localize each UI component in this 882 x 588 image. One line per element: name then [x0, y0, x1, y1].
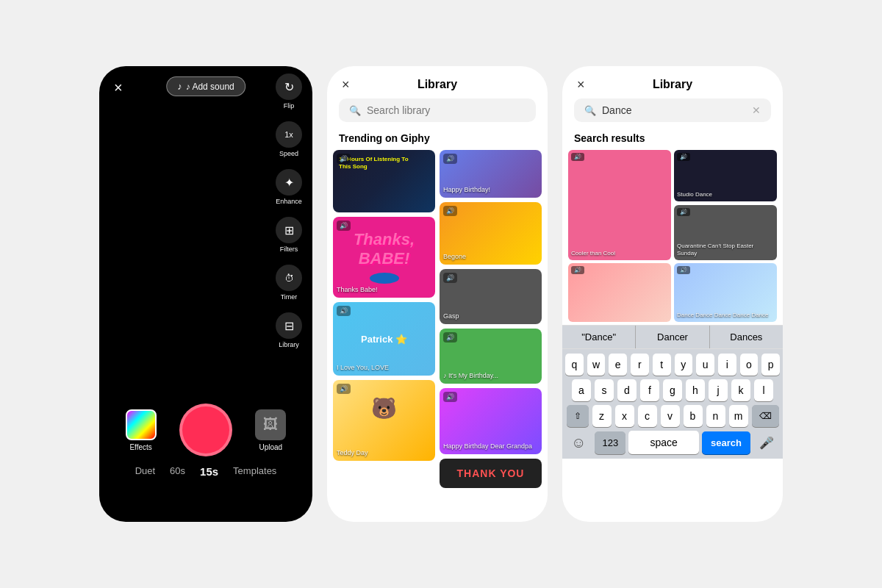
key-l[interactable]: l — [754, 379, 773, 401]
gif-item[interactable]: 🔊 16 Hours Of Listening To This Song — [333, 150, 435, 212]
effects-icon — [126, 409, 157, 440]
key-d[interactable]: d — [617, 379, 637, 401]
key-k[interactable]: k — [731, 379, 750, 401]
key-i[interactable]: i — [718, 354, 736, 376]
suggestion-dance-quoted[interactable]: "Dance" — [562, 326, 636, 348]
library-button[interactable]: ⊟ Library — [276, 312, 302, 348]
upload-icon: 🖼 — [255, 409, 286, 440]
key-t[interactable]: t — [653, 354, 671, 376]
search-key[interactable]: search — [702, 431, 750, 454]
gif-label: Cooler than Cool — [571, 250, 668, 257]
key-u[interactable]: u — [696, 354, 714, 376]
search-result-item[interactable]: 🔊 Cooler than Cool — [568, 150, 671, 260]
volume-icon: 🔊 — [571, 266, 584, 274]
speed-button[interactable]: 1x Speed — [276, 121, 302, 157]
search-input[interactable] — [367, 104, 526, 116]
search-input-dance[interactable] — [602, 104, 746, 116]
keyboard: q w e r t y u i o p a s d f g h j k l — [562, 349, 783, 459]
key-v[interactable]: v — [661, 405, 680, 427]
gif-item[interactable]: THANK YOU — [440, 459, 542, 488]
gif-item[interactable]: 🔊 Patrick ⭐ I Love You, LOVE — [333, 302, 435, 376]
key-b[interactable]: b — [684, 405, 703, 427]
backspace-key[interactable]: ⌫ — [752, 405, 779, 427]
key-e[interactable]: e — [609, 354, 627, 376]
search-result-item[interactable]: 🔊 Quarantine Can't Stop Easter Sunday — [674, 205, 777, 260]
upload-label: Upload — [259, 443, 282, 451]
volume-icon: 🔊 — [443, 154, 457, 164]
camera-bottom: Effects 🖼 Upload Duet 60s 15s Templates — [99, 404, 312, 478]
key-c[interactable]: c — [638, 405, 657, 427]
key-f[interactable]: f — [640, 379, 659, 401]
key-g[interactable]: g — [663, 379, 682, 401]
gif-item[interactable]: 🔊 Gasp — [440, 269, 542, 324]
gif-column-1: 🔊 16 Hours Of Listening To This Song 🔊 T… — [333, 150, 435, 522]
add-sound-button[interactable]: ♪ ♪ Add sound — [166, 76, 245, 96]
clear-button[interactable]: ✕ — [752, 104, 761, 116]
mic-key[interactable]: 🎤 — [753, 433, 780, 453]
volume-icon: 🔊 — [337, 384, 351, 394]
key-m[interactable]: m — [729, 405, 748, 427]
gif-label: Begone — [443, 253, 538, 261]
key-s[interactable]: s — [595, 379, 614, 401]
key-y[interactable]: y — [675, 354, 693, 376]
shift-key[interactable]: ⇧ — [567, 405, 589, 427]
library-header: × Library — [327, 66, 548, 98]
effects-button[interactable]: Effects — [126, 409, 157, 451]
enhance-button[interactable]: ✦ Enhance — [276, 169, 302, 205]
search-result-item[interactable]: 🔊 Studio Dance — [674, 150, 777, 201]
num-key[interactable]: 123 — [595, 431, 625, 454]
flip-button[interactable]: ↻ Flip — [276, 74, 302, 110]
emoji-key[interactable]: ☺ — [565, 431, 592, 454]
gif-grid: 🔊 16 Hours Of Listening To This Song 🔊 T… — [327, 150, 548, 522]
key-x[interactable]: x — [615, 405, 634, 427]
tab-15s[interactable]: 15s — [200, 465, 218, 478]
key-n[interactable]: n — [706, 405, 725, 427]
gif-label: Quarantine Can't Stop Easter Sunday — [677, 243, 774, 257]
gif-item[interactable]: 🔊 Happy Birthday! — [440, 150, 542, 198]
close-button[interactable]: × — [114, 79, 123, 96]
key-z[interactable]: z — [592, 405, 612, 427]
upload-button[interactable]: 🖼 Upload — [255, 409, 286, 451]
record-button[interactable] — [179, 404, 232, 456]
camera-tabs: Duet 60s 15s Templates — [135, 465, 277, 478]
gif-item[interactable]: 🔊 ♪ It's My Birthday... — [440, 329, 542, 384]
key-a[interactable]: a — [572, 379, 591, 401]
close-button[interactable]: × — [577, 78, 585, 91]
filters-button[interactable]: ⊞ Filters — [276, 217, 302, 253]
keyboard-bottom-row: ☺ 123 space search 🎤 — [565, 431, 780, 454]
search-bar-dance[interactable]: 🔍 ✕ — [574, 98, 771, 122]
tab-templates[interactable]: Templates — [233, 465, 276, 478]
library-icon: ⊟ — [276, 312, 302, 339]
tab-60s[interactable]: 60s — [170, 465, 185, 478]
effects-label: Effects — [129, 443, 151, 451]
key-w[interactable]: w — [587, 354, 606, 376]
key-o[interactable]: o — [740, 354, 759, 376]
timer-button[interactable]: ⏱ Timer — [276, 265, 302, 301]
space-key[interactable]: space — [628, 431, 699, 454]
key-h[interactable]: h — [686, 379, 705, 401]
gif-label: Happy Birthday Dear Grandpa — [443, 442, 538, 451]
volume-icon: 🔊 — [443, 332, 457, 343]
search-result-item[interactable]: 🔊 — [568, 263, 671, 322]
gif-item[interactable]: 🔊 Thanks, BABE! Thanks Babe! — [333, 217, 435, 298]
library-header-search: × Library — [562, 66, 783, 98]
tab-duet[interactable]: Duet — [135, 465, 155, 478]
search-bar[interactable]: 🔍 — [339, 98, 536, 122]
gif-column-2: 🔊 Happy Birthday! 🔊 Begone 🔊 Gasp 🔊 ♪ It… — [440, 150, 542, 522]
phone3-library-search: × Library 🔍 ✕ Search results 🔊 Cooler th… — [562, 66, 783, 522]
key-r[interactable]: r — [631, 354, 649, 376]
suggestion-dances[interactable]: Dances — [710, 326, 783, 348]
search-result-item[interactable]: 🔊 Dance Dance Dance Dance Dance — [674, 263, 777, 322]
volume-icon: 🔊 — [443, 206, 457, 216]
key-p[interactable]: p — [761, 354, 780, 376]
gif-item[interactable]: 🔊 Happy Birthday Dear Grandpa — [440, 388, 542, 454]
close-button[interactable]: × — [342, 78, 350, 91]
gif-item[interactable]: 🔊 🐻 Teddy Day — [333, 380, 435, 461]
phone1-camera: × ♪ ♪ Add sound ↻ Flip 1x Speed ✦ Enhanc… — [99, 66, 312, 522]
key-j[interactable]: j — [709, 379, 728, 401]
gif-item[interactable]: 🔊 Begone — [440, 202, 542, 265]
search-icon: 🔍 — [349, 105, 361, 116]
keyboard-row-2: a s d f g h j k l — [565, 379, 780, 401]
key-q[interactable]: q — [565, 354, 584, 376]
suggestion-dancer[interactable]: Dancer — [636, 326, 709, 348]
